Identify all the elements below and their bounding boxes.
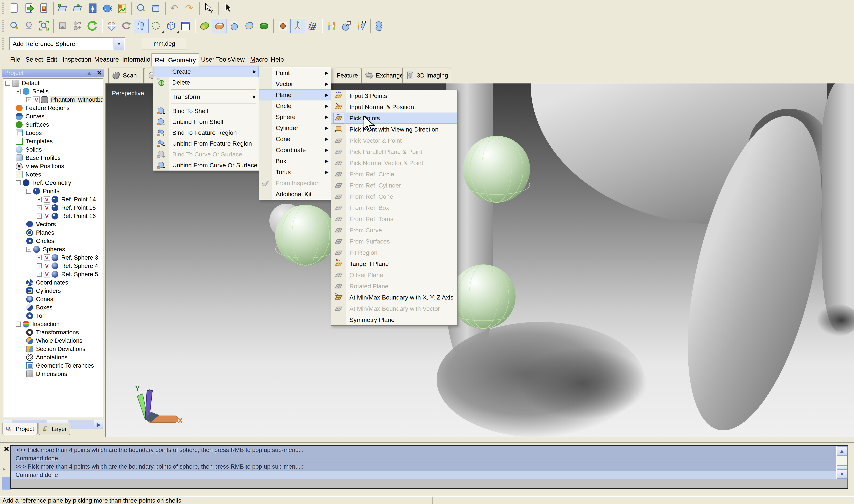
tree-item-label[interactable]: Circles xyxy=(35,237,55,245)
panel-tab-project[interactable]: Project xyxy=(2,423,38,435)
tree-item-label[interactable]: View Positions xyxy=(24,163,65,169)
tree-item-label[interactable]: Transformations xyxy=(35,329,80,336)
new-document-button[interactable] xyxy=(7,1,22,16)
zoom-magnifier-button[interactable] xyxy=(7,19,22,33)
console-popout-icon[interactable]: ▸ xyxy=(3,466,5,472)
tree-item-loops[interactable]: Loops xyxy=(3,129,103,137)
surface-ellipse-button[interactable] xyxy=(257,19,271,33)
tree-item-whole-deviations[interactable]: Whole Deviations xyxy=(3,337,103,345)
capsule-green-button[interactable] xyxy=(197,19,212,33)
menu-item-input-normal-position[interactable]: Input Normal & Position xyxy=(331,101,457,112)
tree-item-ref-point-16[interactable]: +VRef. Point 16 xyxy=(3,212,103,220)
menu-item-bind-to-shell[interactable]: Bind To Shell xyxy=(153,106,259,116)
tree-item-view-positions[interactable]: View Positions xyxy=(3,162,103,170)
menu-item-point[interactable]: Point▶ xyxy=(259,67,331,78)
tree-item-ref-sphere-3[interactable]: +VRef. Sphere 3 xyxy=(3,253,103,262)
toolbar-grip[interactable] xyxy=(2,2,4,14)
split-window-button[interactable] xyxy=(178,19,193,33)
menu-item-additional-kit[interactable]: Additional Kit xyxy=(259,188,331,200)
expand-icon[interactable]: + xyxy=(37,197,42,202)
menu-item-symmetry-plane[interactable]: Symmetry Plane xyxy=(331,314,457,325)
spin-view-button[interactable] xyxy=(119,19,134,33)
collapse-icon[interactable]: − xyxy=(26,247,31,252)
menu-item-delete[interactable]: Delete xyxy=(153,77,259,88)
console-close-icon[interactable]: ✕ xyxy=(2,445,11,453)
console-line[interactable]: >>> Pick more than 4 points which are th… xyxy=(11,446,836,454)
orbit-globe-button[interactable] xyxy=(104,19,119,33)
workbench-tab-3d-imaging[interactable]: 3D Imaging xyxy=(402,68,451,83)
visibility-checkbox[interactable]: V xyxy=(43,271,50,277)
mesh-grid-button[interactable] xyxy=(305,19,320,33)
undo-arrow-button[interactable]: ↶ xyxy=(168,1,182,16)
tree-item-section-deviations[interactable]: Section Deviations xyxy=(3,345,103,353)
tree-item-phantom-withoutbas[interactable]: +VPhantom_withoutbas xyxy=(3,95,103,104)
menubar-item-inspection[interactable]: Inspection xyxy=(60,53,94,66)
select-cursor-button[interactable] xyxy=(220,1,235,16)
tree-item-dimensions[interactable]: Dimensions xyxy=(3,370,103,378)
tree-item-circles[interactable]: Circles xyxy=(3,237,103,245)
scroll-up-icon[interactable]: ▲ xyxy=(837,446,847,455)
tree-item-label[interactable]: Tori xyxy=(35,312,47,319)
visibility-checkbox[interactable]: V xyxy=(43,213,50,219)
point-cloud-sphere-button[interactable] xyxy=(227,19,242,33)
tree-item-label[interactable]: Ref. Point 16 xyxy=(60,213,97,219)
menubar-item-view[interactable]: View xyxy=(228,53,247,66)
menu-item-sphere[interactable]: Sphere▶ xyxy=(259,111,331,123)
tree-item-label[interactable]: Ref. Geometry xyxy=(31,179,72,186)
tree-item-inspection[interactable]: −Inspection xyxy=(3,320,103,328)
panel-close-icon[interactable]: ✕ xyxy=(97,69,102,77)
tree-item-label[interactable]: Whole Deviations xyxy=(35,337,84,344)
normal-arrows-button[interactable] xyxy=(290,19,305,33)
tree-item-geometric-tolerances[interactable]: Geometric Tolerances xyxy=(3,361,103,370)
menu-item-input-3-points[interactable]: Input 3 Points xyxy=(331,90,457,101)
tree-item-label[interactable]: Annotations xyxy=(35,354,69,361)
tree-item-cylinders[interactable]: Cylinders xyxy=(3,287,103,295)
reference-sphere-4[interactable] xyxy=(463,136,530,203)
shade-modes-button[interactable] xyxy=(70,19,85,33)
tree-item-label[interactable]: Curves xyxy=(24,113,46,120)
tree-item-label[interactable]: Boxes xyxy=(35,304,54,311)
selection-lasso-button[interactable] xyxy=(149,19,163,33)
report-document-button[interactable] xyxy=(115,1,129,16)
export-folder-button[interactable] xyxy=(70,1,85,16)
tree-item-label[interactable]: Planes xyxy=(35,229,55,236)
menu-item-bind-to-feature-region[interactable]: Bind To Feature Region xyxy=(153,127,259,138)
tree-item-label[interactable]: Cones xyxy=(35,296,54,303)
visibility-checkbox[interactable]: V xyxy=(43,263,50,269)
tree-item-ref-sphere-4[interactable]: +VRef. Sphere 4 xyxy=(3,262,103,270)
tree-item-label[interactable]: Ref. Sphere 3 xyxy=(60,254,99,261)
collapse-icon[interactable]: − xyxy=(16,180,21,185)
tree-item-notes[interactable]: Notes xyxy=(3,170,103,179)
menu-item-unbind-from-feature-region[interactable]: Unbind From Feature Region xyxy=(153,138,259,149)
menu-item-coordinate[interactable]: Coordinate▶ xyxy=(259,145,331,156)
tree-item-boxes[interactable]: Boxes xyxy=(3,303,103,312)
menu-item-circle[interactable]: Circle▶ xyxy=(259,101,331,111)
colormap-swap-button[interactable] xyxy=(324,19,339,33)
tree-item-tori[interactable]: Tori xyxy=(3,312,103,320)
tree-item-solids[interactable]: Solids xyxy=(3,145,103,154)
zoom-object-magnifier-button[interactable] xyxy=(22,19,36,33)
tree-item-label[interactable]: Ref. Sphere 4 xyxy=(60,263,99,269)
menu-item-torus[interactable]: Torus▶ xyxy=(259,166,331,178)
deviation-vase-button[interactable] xyxy=(373,19,388,33)
combobox-dropdown-button[interactable]: ▼ xyxy=(114,38,124,50)
tree-item-label[interactable]: Vectors xyxy=(35,221,57,228)
project-panel-titlebar[interactable]: Project ▲ ✕ xyxy=(2,69,104,77)
redo-arrow-button[interactable]: ↷ xyxy=(182,1,197,16)
tree-item-transformations[interactable]: Transformations xyxy=(3,328,103,337)
tree-item-planes[interactable]: Planes xyxy=(3,229,103,237)
tree-item-label[interactable]: Ref. Point 14 xyxy=(60,196,97,203)
console-line[interactable]: Command done xyxy=(11,471,836,479)
menu-item-create[interactable]: Create▶ xyxy=(153,66,259,77)
toolbar-grip[interactable] xyxy=(2,38,4,50)
panel-tab-layer[interactable]: Layer xyxy=(38,423,70,435)
help-cursor-button[interactable]: ? xyxy=(202,1,216,16)
console-line[interactable]: Command done xyxy=(11,454,836,463)
capsule-orange-button[interactable] xyxy=(212,19,227,33)
menubar-item-ref-geometry[interactable]: Ref. Geometry xyxy=(152,53,199,67)
model-shell-right[interactable] xyxy=(822,83,854,331)
expand-icon[interactable]: + xyxy=(37,214,42,219)
menu-item-tangent-plane[interactable]: TANTangent Plane xyxy=(331,258,457,269)
tree-item-ref-point-15[interactable]: +VRef. Point 15 xyxy=(3,203,103,212)
tree-item-default[interactable]: −Default xyxy=(3,79,103,87)
